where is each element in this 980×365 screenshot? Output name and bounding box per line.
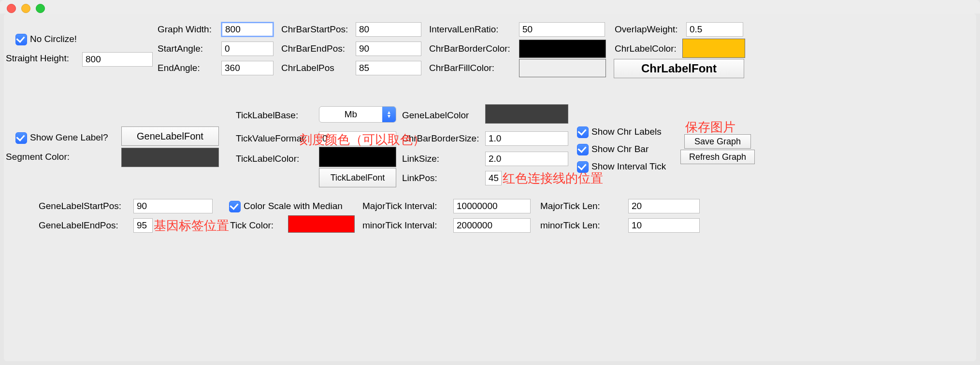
chrbar-fill-color-swatch[interactable]: [519, 59, 606, 77]
link-size-input[interactable]: [485, 152, 568, 166]
gene-label-endpos-input[interactable]: [133, 218, 153, 233]
annotation-link-pos: 红色连接线的位置: [503, 170, 603, 187]
chrbar-border-size-input[interactable]: [485, 131, 568, 146]
tick-color-swatch[interactable]: [288, 215, 355, 233]
chrlabel-color-label: ChrLabelColor:: [615, 43, 677, 54]
chrbar-fill-color-label: ChrBarFillColor:: [429, 63, 494, 73]
annotation-gene-label-pos: 基因标签位置: [154, 217, 229, 234]
chrbar-startpos-input[interactable]: [356, 22, 421, 37]
tick-label-font-button[interactable]: TickLabelFont: [319, 168, 396, 187]
tick-label-base-label: TickLabelBase:: [236, 110, 298, 121]
no-circlize-label: No Circlize!: [30, 34, 77, 44]
chrbar-border-color-label: ChrBarBorderColor:: [429, 43, 510, 54]
end-angle-input[interactable]: [221, 61, 274, 75]
minor-tick-len-label: minorTick Len:: [540, 220, 600, 231]
major-tick-len-label: MajorTick Len:: [540, 201, 600, 211]
annotation-tick-color: 刻度颜色（可以取色）: [300, 131, 425, 148]
chrbar-border-color-swatch[interactable]: [519, 40, 606, 58]
gene-label-color-label: GeneLabelColor: [402, 110, 469, 121]
start-angle-label: StartAngle:: [158, 43, 203, 54]
minor-tick-interval-label: minorTick Interval:: [362, 220, 437, 231]
chrlabel-color-swatch[interactable]: [682, 39, 745, 58]
color-scale-median-checkbox[interactable]: [229, 201, 241, 212]
link-size-label: LinkSize:: [402, 154, 439, 164]
overlap-weight-input[interactable]: [686, 22, 743, 37]
minor-tick-interval-input[interactable]: [453, 218, 531, 233]
chrlabel-font-button[interactable]: ChrLabelFont: [614, 59, 744, 78]
overlap-weight-label: OverlapWeight:: [615, 24, 678, 35]
chrbar-startpos-label: ChrBarStartPos:: [281, 24, 348, 35]
show-chr-labels-checkbox[interactable]: [577, 126, 589, 138]
save-graph-button[interactable]: Save Graph: [684, 134, 751, 149]
chevron-up-down-icon: ▲▼: [382, 107, 396, 122]
show-gene-label-checkbox[interactable]: [15, 132, 27, 144]
interval-len-ratio-input[interactable]: [519, 22, 605, 37]
show-chr-labels-label: Show Chr Labels: [591, 126, 662, 137]
refresh-graph-button[interactable]: Refresh Graph: [680, 150, 755, 164]
tick-label-base-select[interactable]: Mb ▲▼: [319, 106, 396, 123]
tick-value-format-label: TickValueFormat:: [236, 133, 307, 144]
tick-label-color-label: TickLabelColor:: [236, 154, 299, 164]
chrbar-endpos-input[interactable]: [356, 42, 421, 56]
major-tick-interval-label: MajorTick Interval:: [362, 201, 437, 211]
no-circlize-checkbox[interactable]: [15, 34, 27, 45]
chrbar-endpos-label: ChrBarEndPos:: [281, 43, 345, 54]
show-gene-label-label: Show Gene Label?: [30, 132, 108, 143]
chrlabel-pos-input[interactable]: [356, 61, 421, 75]
tick-label-base-value: Mb: [319, 109, 382, 120]
tick-color-label: Tick Color:: [230, 220, 274, 231]
segment-color-swatch[interactable]: [121, 148, 219, 167]
gene-label-endpos-label: GeneLabelEndPos:: [39, 220, 118, 231]
start-angle-input[interactable]: [221, 42, 274, 56]
interval-len-ratio-label: IntervalLenRatio:: [429, 24, 499, 35]
segment-color-label: Segment Color:: [6, 152, 70, 162]
link-pos-input[interactable]: [485, 171, 502, 185]
maximize-icon[interactable]: [36, 4, 45, 13]
tick-label-color-swatch[interactable]: [319, 147, 396, 167]
window-traffic-lights: [7, 4, 45, 13]
end-angle-label: EndAngle:: [158, 63, 200, 73]
annotation-save-graph: 保存图片: [685, 119, 735, 136]
gene-label-color-swatch[interactable]: [485, 104, 568, 124]
major-tick-interval-input[interactable]: [453, 199, 531, 213]
minimize-icon[interactable]: [21, 4, 30, 13]
show-chr-bar-label: Show Chr Bar: [591, 144, 649, 154]
straight-height-input[interactable]: [82, 52, 153, 67]
gene-label-startpos-label: GeneLabelStartPos:: [39, 201, 121, 211]
graph-width-input[interactable]: [221, 22, 274, 37]
color-scale-median-label: Color Scale with Median: [244, 201, 343, 211]
close-icon[interactable]: [7, 4, 16, 13]
chrlabel-pos-label: ChrLabelPos: [281, 63, 334, 73]
gene-label-font-button[interactable]: GeneLabelFont: [121, 126, 219, 146]
graph-width-label: Graph Width:: [158, 24, 212, 35]
link-pos-label: LinkPos:: [402, 173, 437, 183]
major-tick-len-input[interactable]: [628, 199, 700, 213]
show-chr-bar-checkbox[interactable]: [577, 144, 589, 155]
main-panel: No Circlize! Straight Height: Graph Widt…: [4, 14, 976, 361]
straight-height-label: Straight Height:: [6, 53, 69, 64]
title-bar: [0, 0, 980, 14]
gene-label-startpos-input[interactable]: [133, 199, 213, 213]
minor-tick-len-input[interactable]: [628, 218, 700, 233]
